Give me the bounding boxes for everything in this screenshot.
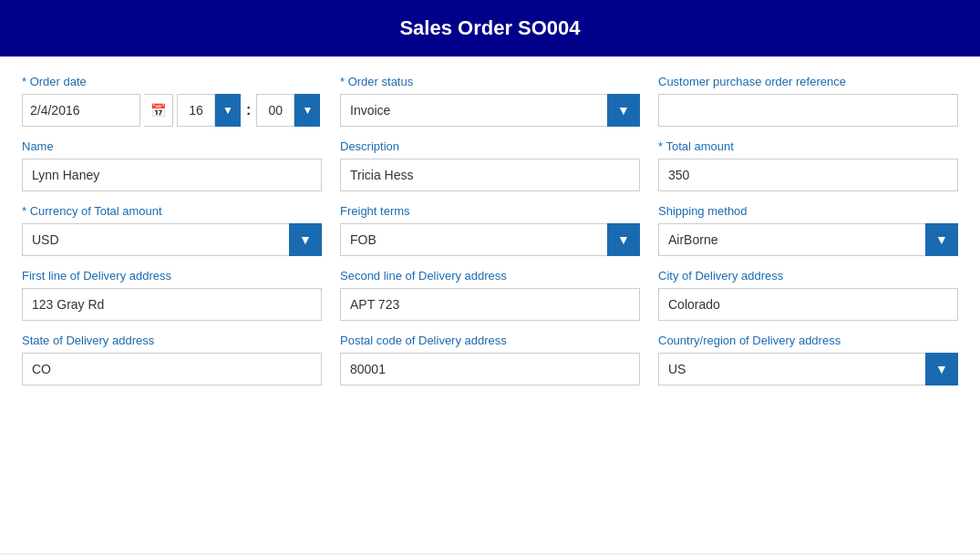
currency-input[interactable]	[22, 223, 322, 256]
row-2: Name Description Total amount	[22, 139, 958, 191]
shipping-method-label: Shipping method	[658, 204, 958, 218]
delivery-country-wrapper: ▼	[658, 353, 958, 385]
calendar-button[interactable]: 📅	[144, 94, 173, 127]
delivery-state-group: State of Delivery address	[22, 334, 322, 385]
currency-wrapper: ▼	[22, 223, 322, 256]
order-status-input[interactable]	[340, 94, 640, 127]
freight-terms-group: Freight terms ▼	[340, 204, 640, 256]
cust-po-ref-label: Customer purchase order reference	[658, 75, 958, 88]
total-amount-input[interactable]	[658, 159, 958, 191]
delivery-state-input[interactable]	[22, 353, 322, 385]
delivery-line2-label: Second line of Delivery address	[340, 269, 640, 283]
delivery-city-label: City of Delivery address	[658, 269, 958, 283]
order-status-group: Order status ▼	[340, 75, 640, 127]
shipping-method-wrapper: ▼	[658, 223, 958, 256]
time-colon: :	[246, 102, 251, 118]
delivery-city-group: City of Delivery address	[658, 269, 958, 321]
freight-terms-label: Freight terms	[340, 204, 640, 218]
delivery-state-label: State of Delivery address	[22, 334, 322, 347]
order-status-dropdown-button[interactable]: ▼	[607, 94, 640, 127]
shipping-method-dropdown-button[interactable]: ▼	[925, 223, 958, 256]
freight-terms-dropdown-button[interactable]: ▼	[607, 223, 640, 256]
hour-part: ▼	[177, 94, 241, 127]
cust-po-ref-input[interactable]	[658, 94, 958, 127]
minute-spin-button[interactable]: ▼	[294, 94, 320, 127]
description-input[interactable]	[340, 159, 640, 191]
form-container: Order date 📅 ▼ : ▼ Order status ▼	[0, 57, 980, 553]
order-date-group: Order date 📅 ▼ : ▼	[22, 75, 322, 127]
delivery-postal-input[interactable]	[340, 353, 640, 385]
delivery-postal-label: Postal code of Delivery address	[340, 334, 640, 347]
total-amount-group: Total amount	[658, 139, 958, 191]
row-4: First line of Delivery address Second li…	[22, 269, 958, 321]
datetime-wrapper: 📅 ▼ : ▼	[22, 94, 322, 127]
row-3: Currency of Total amount ▼ Freight terms…	[22, 204, 958, 256]
row-5: State of Delivery address Postal code of…	[22, 334, 958, 385]
delivery-line2-input[interactable]	[340, 288, 640, 321]
delivery-line1-input[interactable]	[22, 288, 322, 321]
currency-label: Currency of Total amount	[22, 204, 322, 218]
delivery-country-dropdown-button[interactable]: ▼	[925, 353, 958, 385]
currency-dropdown-button[interactable]: ▼	[289, 223, 322, 256]
order-date-input[interactable]	[22, 94, 140, 127]
delivery-line1-group: First line of Delivery address	[22, 269, 322, 321]
order-date-label: Order date	[22, 75, 322, 88]
page-title: Sales Order SO004	[399, 16, 580, 39]
row-1: Order date 📅 ▼ : ▼ Order status ▼	[22, 75, 958, 127]
total-amount-label: Total amount	[658, 139, 958, 153]
delivery-postal-group: Postal code of Delivery address	[340, 334, 640, 385]
name-input[interactable]	[22, 159, 322, 191]
hour-input[interactable]	[177, 94, 215, 127]
currency-group: Currency of Total amount ▼	[22, 204, 322, 256]
name-label: Name	[22, 139, 322, 153]
minute-part: ▼	[256, 94, 320, 127]
page-header: Sales Order SO004	[0, 0, 980, 57]
shipping-method-input[interactable]	[658, 223, 958, 256]
delivery-country-group: Country/region of Delivery address ▼	[658, 334, 958, 385]
description-label: Description	[340, 139, 640, 153]
delivery-country-input[interactable]	[658, 353, 958, 385]
cust-po-ref-group: Customer purchase order reference	[658, 75, 958, 127]
order-status-wrapper: ▼	[340, 94, 640, 127]
name-group: Name	[22, 139, 322, 191]
shipping-method-group: Shipping method ▼	[658, 204, 958, 256]
delivery-country-label: Country/region of Delivery address	[658, 334, 958, 347]
delivery-line1-label: First line of Delivery address	[22, 269, 322, 283]
delivery-line2-group: Second line of Delivery address	[340, 269, 640, 321]
order-status-label: Order status	[340, 75, 640, 88]
freight-terms-input[interactable]	[340, 223, 640, 256]
description-group: Description	[340, 139, 640, 191]
minute-input[interactable]	[256, 94, 294, 127]
delivery-city-input[interactable]	[658, 288, 958, 321]
hour-spin-button[interactable]: ▼	[215, 94, 241, 127]
freight-terms-wrapper: ▼	[340, 223, 640, 256]
